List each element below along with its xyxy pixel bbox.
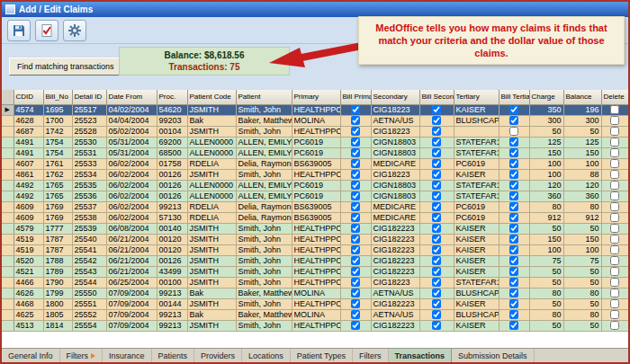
- bill-secondary-checkbox[interactable]: [432, 235, 441, 244]
- bill-primary-checkbox[interactable]: [351, 138, 360, 146]
- balance-cell[interactable]: 50: [563, 266, 601, 277]
- row-selector[interactable]: [2, 115, 14, 126]
- bill-secondary-checkbox[interactable]: [432, 105, 441, 114]
- patient-cell[interactable]: Delia, Raymond: [236, 212, 292, 223]
- bill-primary-cell[interactable]: [340, 147, 371, 158]
- delete-cell[interactable]: [601, 320, 628, 331]
- bill-secondary-cell[interactable]: [419, 201, 454, 212]
- tertiary-cell[interactable]: STATEFAR1: [454, 180, 499, 191]
- bill-secondary-cell[interactable]: [419, 255, 454, 266]
- patient-cell[interactable]: ALLEN, EMILY: [236, 180, 292, 191]
- tertiary-cell[interactable]: STATEFAR1: [454, 137, 499, 147]
- bill-tertiary-cell[interactable]: [499, 298, 529, 309]
- bill-secondary-cell[interactable]: [419, 244, 454, 255]
- date-from-cell[interactable]: 06/02/2004: [106, 169, 157, 180]
- primary-cell[interactable]: BS639005: [292, 201, 340, 212]
- charge-cell[interactable]: 100: [529, 169, 563, 180]
- column-header-charge[interactable]: Charge: [529, 90, 563, 104]
- cdid-cell[interactable]: 4513: [14, 320, 43, 331]
- detail-id-cell[interactable]: 25552: [72, 309, 106, 320]
- column-header-bill-no[interactable]: Bill_No: [43, 90, 72, 104]
- balance-cell[interactable]: 100: [563, 158, 601, 169]
- bill-primary-checkbox[interactable]: [351, 105, 360, 114]
- bill-secondary-checkbox[interactable]: [432, 310, 441, 319]
- cdid-cell[interactable]: 4625: [14, 309, 43, 320]
- cdid-cell[interactable]: 4626: [14, 288, 43, 298]
- patient-code-cell[interactable]: Bak: [187, 309, 236, 320]
- bill-primary-cell[interactable]: [340, 266, 371, 277]
- bill-no-cell[interactable]: 1789: [43, 266, 72, 277]
- patient-code-cell[interactable]: JSMITH: [187, 298, 236, 309]
- detail-id-cell[interactable]: 25530: [72, 137, 106, 147]
- detail-id-cell[interactable]: 25554: [72, 320, 106, 331]
- bill-no-cell[interactable]: 1742: [43, 126, 72, 137]
- date-from-cell[interactable]: 06/08/2004: [106, 223, 157, 234]
- row-selector[interactable]: [2, 137, 14, 147]
- row-selector[interactable]: ▶: [2, 104, 14, 115]
- cdid-cell[interactable]: 4492: [14, 191, 43, 201]
- balance-cell[interactable]: 80: [563, 288, 601, 298]
- tertiary-cell[interactable]: STATEFAR1: [454, 277, 499, 288]
- secondary-cell[interactable]: MEDICARE: [371, 201, 419, 212]
- detail-id-cell[interactable]: 25543: [72, 266, 106, 277]
- claim-row[interactable]: 462617992555007/09/200499213BakBaker, Ma…: [2, 288, 628, 298]
- row-selector[interactable]: [2, 201, 14, 212]
- column-header-date-from[interactable]: Date From: [106, 90, 157, 104]
- bill-primary-cell[interactable]: [340, 158, 371, 169]
- secondary-cell[interactable]: CIG18223: [371, 104, 419, 115]
- proc-cell[interactable]: 00100: [157, 277, 187, 288]
- charge-cell[interactable]: 80: [529, 201, 563, 212]
- bill-no-cell[interactable]: 1800: [43, 298, 72, 309]
- row-selector[interactable]: [2, 288, 14, 298]
- patient-cell[interactable]: ALLEN, EMILY: [236, 147, 292, 158]
- bill-secondary-checkbox[interactable]: [432, 138, 441, 146]
- claim-row[interactable]: 449117542553005/31/200469200ALLEN0000ALL…: [2, 137, 628, 147]
- charge-cell[interactable]: 50: [529, 126, 563, 137]
- balance-cell[interactable]: 150: [563, 147, 601, 158]
- date-from-cell[interactable]: 07/09/2004: [106, 320, 157, 331]
- date-from-cell[interactable]: 05/31/2004: [106, 147, 157, 158]
- row-selector-header[interactable]: [2, 90, 14, 104]
- bill-secondary-checkbox[interactable]: [432, 202, 441, 211]
- delete-cell[interactable]: [601, 223, 628, 234]
- row-selector[interactable]: [2, 234, 14, 244]
- claim-row[interactable]: 457917772553906/08/200400140JSMITHSmith,…: [2, 223, 628, 234]
- detail-id-cell[interactable]: 25536: [72, 191, 106, 201]
- secondary-cell[interactable]: CIGN18803: [371, 191, 419, 201]
- bill-secondary-checkbox[interactable]: [432, 245, 441, 254]
- bill-tertiary-cell[interactable]: [499, 320, 529, 331]
- secondary-cell[interactable]: AETNA/US: [371, 288, 419, 298]
- bill-tertiary-cell[interactable]: [499, 277, 529, 288]
- bill-no-cell[interactable]: 1754: [43, 147, 72, 158]
- primary-cell[interactable]: MOLINA: [292, 115, 340, 126]
- bill-primary-checkbox[interactable]: [351, 127, 360, 136]
- bill-no-cell[interactable]: 1700: [43, 115, 72, 126]
- bill-primary-checkbox[interactable]: [351, 181, 360, 190]
- bill-secondary-cell[interactable]: [419, 191, 454, 201]
- charge-cell[interactable]: 80: [529, 309, 563, 320]
- bill-secondary-cell[interactable]: [419, 298, 454, 309]
- bill-primary-checkbox[interactable]: [351, 148, 360, 157]
- secondary-cell[interactable]: CIG182223: [371, 244, 419, 255]
- column-header-secondary[interactable]: Secondary: [371, 90, 419, 104]
- tertiary-cell[interactable]: [454, 126, 499, 137]
- bill-primary-cell[interactable]: [340, 212, 371, 223]
- secondary-cell[interactable]: CIG18223: [371, 126, 419, 137]
- claim-row[interactable]: 446818002555107/09/200400144JSMITHSmith,…: [2, 298, 628, 309]
- bill-primary-cell[interactable]: [340, 115, 371, 126]
- delete-checkbox[interactable]: [610, 213, 619, 222]
- cdid-cell[interactable]: 4574: [14, 104, 43, 115]
- cdid-cell[interactable]: 4579: [14, 223, 43, 234]
- bill-secondary-cell[interactable]: [419, 169, 454, 180]
- cdid-cell[interactable]: 4521: [14, 266, 43, 277]
- tertiary-cell[interactable]: STATEFAR1: [454, 147, 499, 158]
- tertiary-cell[interactable]: KAISER: [454, 298, 499, 309]
- claim-row[interactable]: 462518052555207/09/200499213BakBaker, Ma…: [2, 309, 628, 320]
- tertiary-cell[interactable]: KAISER: [454, 266, 499, 277]
- column-header-cdid[interactable]: CDID: [14, 90, 43, 104]
- proc-cell[interactable]: 00126: [157, 180, 187, 191]
- bill-tertiary-checkbox[interactable]: [509, 138, 518, 146]
- proc-cell[interactable]: 00120: [157, 244, 187, 255]
- claim-row[interactable]: 460717612553306/02/200401758RDELIADelia,…: [2, 158, 628, 169]
- delete-checkbox[interactable]: [610, 116, 619, 125]
